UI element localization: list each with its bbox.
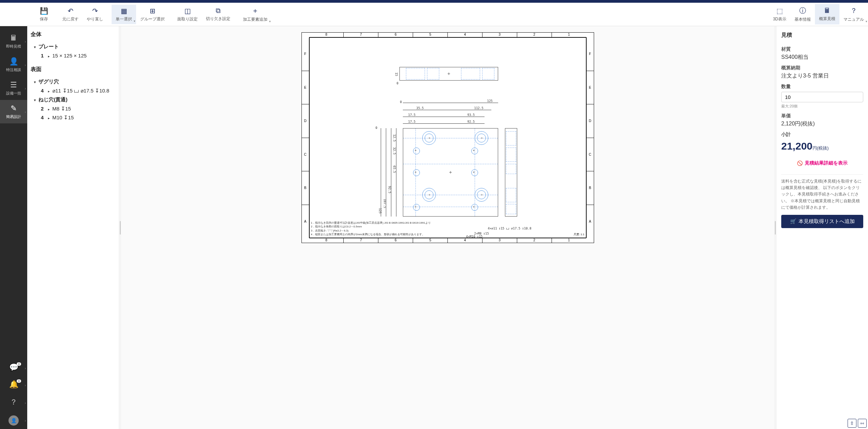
- nav-instant-quote-label: 即時見積: [6, 44, 21, 49]
- tree-counterbore-text: ⌀11 ↧15 ⌴ ⌀17.5 ↧10.8: [52, 88, 109, 93]
- hole-thread[interactable]: +: [413, 204, 420, 211]
- note-1: 1．指示なき箇所の普通寸法許容差はJIS中級(加工原点基準) JIS B 040…: [311, 221, 431, 225]
- note-2: 2．指示なき角部の面取りはC0.2～0.5mm: [311, 225, 431, 228]
- chevron-right-icon: ›: [25, 366, 26, 370]
- quote-detail-link[interactable]: 🚫 見積結果詳細を表示: [781, 160, 863, 166]
- hole-thread[interactable]: +: [413, 148, 420, 154]
- cart-add-icon: 🛒: [790, 218, 797, 224]
- tree-node-counterbore[interactable]: ▾ ザグリ穴: [31, 77, 115, 86]
- qty-max-hint: 最大:20個: [781, 104, 863, 109]
- chevron-right-icon: ›: [25, 110, 26, 114]
- basic-info-button[interactable]: ⓘ 基本情報: [790, 4, 815, 24]
- dim-12-5: 12.5: [393, 134, 396, 142]
- hole-counterbore[interactable]: ＋: [475, 188, 488, 202]
- tree-node-thread[interactable]: ▾ ねじ穴(貫通): [31, 95, 115, 104]
- frame-cols-bottom: 87654321: [309, 238, 586, 243]
- hole-counterbore[interactable]: ＋: [475, 131, 488, 145]
- rough-quote-button[interactable]: 🖩 概算見積: [815, 4, 839, 24]
- drawing-frame: 87654321 87654321 FEDCBA FEDCBA ＋: [301, 32, 594, 243]
- notch-icon: ⧉: [216, 7, 220, 15]
- subtotal-suffix: 円(税抜): [813, 145, 829, 151]
- manual-button[interactable]: ？ マニュアル: [839, 4, 868, 24]
- chamfer-icon: ◫: [184, 7, 191, 15]
- nav-instant-quote[interactable]: 🖩 即時見積 ›: [0, 30, 27, 53]
- hole-thread[interactable]: +: [471, 169, 478, 176]
- add-feature-label: 加工要素追加: [243, 17, 267, 22]
- single-select-button[interactable]: ▦ 単一選択: [112, 5, 136, 24]
- hole-counterbore[interactable]: ＋: [422, 131, 436, 145]
- dim-92-5v: 92.5: [388, 186, 391, 193]
- tree-node-counterbore-item[interactable]: 4 ▸ ⌀11 ↧15 ⌴ ⌀17.5 ↧10.8: [31, 86, 115, 95]
- triangle-right-icon: ▸: [48, 107, 50, 111]
- chamfer-label: 面取り設定: [177, 16, 198, 22]
- tree-node-plate[interactable]: ▾ プレート: [31, 42, 115, 51]
- subtotal-amount: 21,200: [781, 140, 813, 152]
- view3d-button[interactable]: ⬚ 3D表示: [769, 4, 790, 24]
- question-icon: ？: [10, 397, 17, 407]
- dashed-box: [461, 68, 480, 80]
- origin-0: 0: [400, 100, 402, 104]
- expand-horizontal-button[interactable]: ⇿: [858, 419, 867, 428]
- side-view: [505, 128, 517, 217]
- left-nav: 🖩 即時見積 › 👤 特注相談 › ☰ 設備一括 › ✎ 簡易設計 ›: [0, 26, 27, 429]
- add-feature-button[interactable]: ＋ 加工要素追加: [239, 4, 272, 24]
- dim-17-5b: 17.5: [408, 120, 416, 123]
- subtotal-label: 小計: [781, 132, 863, 138]
- expand-buttons: ⇳ ⇿: [848, 419, 867, 428]
- quote-title: 見積: [781, 32, 863, 39]
- nav-easy-design[interactable]: ✎ 簡易設計 ›: [0, 100, 27, 123]
- drawing-content: ＋ 15 0 125 35.5 112.5: [321, 47, 574, 229]
- callout-m10: 4×M10 ↧15: [466, 235, 483, 238]
- hole-counterbore[interactable]: ＋: [422, 188, 436, 202]
- center-mark-icon: ＋: [446, 71, 451, 77]
- nav-custom-inquiry[interactable]: 👤 特注相談 ›: [0, 53, 27, 76]
- redo-button[interactable]: ↷ やり直し: [83, 5, 107, 24]
- triangle-right-icon: ▸: [48, 89, 50, 93]
- triangle-right-icon: ▸: [48, 116, 50, 120]
- tree-panel: 全体 ▾ プレート 1 ▸ 15 × 125 × 125 表面 ▾ ザグリ穴: [27, 26, 119, 429]
- notch-button[interactable]: ⧉ 切り欠き設定: [202, 5, 234, 24]
- note-4: 4．端面または加工要素同士の肉厚が2mm未満になる場合、形状が崩れる可能性があり…: [311, 233, 431, 236]
- undo-button[interactable]: ↶ 元に戻す: [58, 5, 83, 24]
- drawing-notes: 1．指示なき箇所の普通寸法許容差はJIS中級(加工原点基準) JIS B 040…: [311, 221, 431, 236]
- dim-15: 15: [395, 72, 398, 76]
- nav-user[interactable]: 👤 ›: [0, 412, 27, 429]
- hole-thread[interactable]: +: [413, 169, 420, 176]
- nav-chat[interactable]: 💬 0 ›: [0, 360, 27, 377]
- quote-note: 送料を含む正式な見積(本見積)を取得するには概算見積を確認後、 以下のボタンをク…: [781, 174, 863, 211]
- chamfer-button[interactable]: ◫ 面取り設定: [173, 5, 202, 24]
- triangle-down-icon: ▾: [34, 45, 36, 49]
- nav-equipment-label: 設備一括: [6, 91, 21, 96]
- dim-125: 125: [487, 99, 493, 103]
- dim-65-5: 65.5: [393, 166, 396, 173]
- chevron-right-icon: ›: [25, 86, 26, 90]
- tree-node-thread1[interactable]: 2 ▸ M8 ↧15: [31, 104, 115, 113]
- tree-idx: 4: [41, 88, 44, 93]
- quote-panel: 見積 材質 SS400相当 概算納期 注文より3-5 営業日 数量 最大:20個…: [776, 26, 868, 429]
- hole-thread[interactable]: +: [471, 204, 478, 211]
- nav-equipment[interactable]: ☰ 設備一括 ›: [0, 76, 27, 100]
- tree-node-plate-item[interactable]: 1 ▸ 15 × 125 × 125: [31, 51, 115, 60]
- canvas-area[interactable]: 87654321 87654321 FEDCBA FEDCBA ＋: [121, 26, 774, 429]
- qty-input[interactable]: [781, 92, 863, 102]
- calculator-icon: 🖩: [824, 7, 831, 15]
- hole-thread[interactable]: +: [471, 148, 478, 154]
- front-view: ＋ ＋ ＋ ＋ + + + + + + ＋: [403, 128, 498, 217]
- dashed-box: [482, 68, 494, 80]
- expand-vertical-button[interactable]: ⇳: [848, 419, 856, 428]
- qty-label: 数量: [781, 84, 863, 90]
- calculator-icon: 🖩: [10, 34, 17, 42]
- add-to-quote-list-button[interactable]: 🛒 本見積取得リストへ追加: [781, 215, 863, 228]
- nav-help[interactable]: ？ ›: [0, 394, 27, 412]
- dim-107-5: 107.5: [383, 199, 387, 208]
- layers-icon: ☰: [10, 81, 17, 89]
- save-button[interactable]: 💾 保存: [34, 5, 54, 24]
- nav-bell[interactable]: 🔔 0 ›: [0, 377, 27, 394]
- eye-off-icon: 🚫: [797, 160, 803, 166]
- tree-node-thread2[interactable]: 4 ▸ M10 ↧15: [31, 113, 115, 122]
- dim-35-5: 35.5: [416, 106, 424, 110]
- manual-label: マニュアル: [844, 17, 864, 22]
- group-select-button[interactable]: ⊞ グループ選択: [136, 5, 169, 24]
- callout-counterbore: 4×⌀11 ↧15 ⌴ ⌀17.5 ↧10.8: [488, 227, 531, 230]
- single-select-label: 単一選択: [116, 16, 132, 22]
